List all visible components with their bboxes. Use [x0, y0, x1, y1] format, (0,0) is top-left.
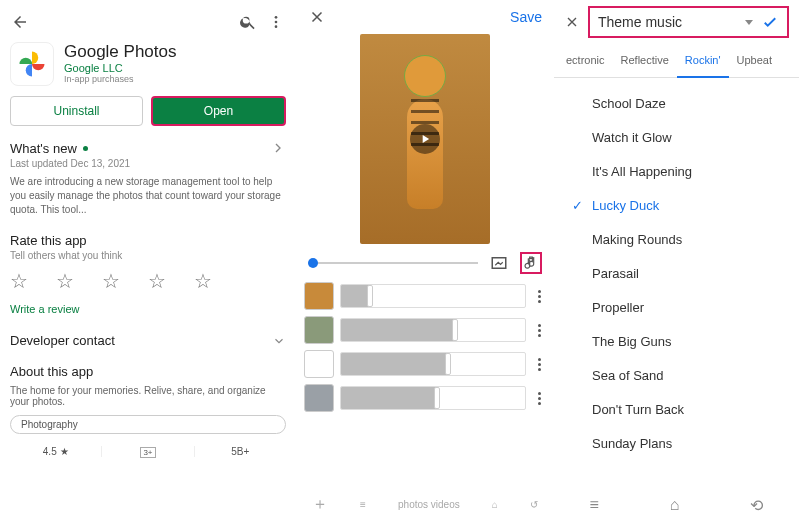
clip-trim-bar[interactable]: [340, 352, 526, 376]
clip-more-icon[interactable]: [532, 324, 546, 337]
clip-more-icon[interactable]: [532, 358, 546, 371]
track-item[interactable]: ✓Parasail: [554, 256, 799, 290]
aspect-ratio-icon[interactable]: [488, 252, 510, 274]
rate-title: Rate this app: [10, 233, 286, 248]
star-icon[interactable]: ☆: [148, 269, 166, 293]
clip-row: [304, 350, 546, 378]
genre-tabs: ectronicReflectiveRockin'Upbeat: [554, 44, 799, 78]
open-button[interactable]: Open: [151, 96, 286, 126]
track-item[interactable]: ✓The Big Guns: [554, 324, 799, 358]
timeline-slider-row: [296, 244, 554, 278]
developer-contact-row[interactable]: Developer contact: [10, 333, 286, 348]
home-icon[interactable]: ⌂: [492, 499, 498, 510]
track-label: Sunday Plans: [592, 436, 672, 451]
clip-thumb[interactable]: [304, 316, 334, 344]
whats-new-header[interactable]: What's new: [10, 140, 286, 156]
app-subline: In-app purchases: [64, 74, 176, 84]
clip-trim-bar[interactable]: [340, 386, 526, 410]
write-review-link[interactable]: Write a review: [10, 303, 286, 315]
clip-row: [304, 316, 546, 344]
stat-content: 3+: [101, 446, 193, 457]
save-button[interactable]: Save: [510, 9, 542, 25]
about-desc: The home for your memories. Relive, shar…: [10, 385, 286, 407]
editor-bottom-bar: ＋ ≡ photos videos ⌂ ↺: [296, 494, 554, 515]
svg-point-0: [275, 16, 278, 19]
clip-row: [304, 384, 546, 412]
genre-tab[interactable]: Rockin': [677, 44, 729, 78]
track-label: It's All Happening: [592, 164, 692, 179]
genre-tab[interactable]: Upbeat: [729, 44, 780, 77]
whats-new-body: We are introducing a new storage managem…: [10, 175, 286, 217]
star-icon[interactable]: ☆: [194, 269, 212, 293]
add-icon[interactable]: ＋: [312, 494, 328, 515]
star-icon[interactable]: ☆: [102, 269, 120, 293]
dropdown-label: Theme music: [598, 14, 682, 30]
clip-more-icon[interactable]: [532, 392, 546, 405]
theme-dropdown[interactable]: Theme music: [588, 6, 789, 38]
play-store-panel: Google Photos Google LLC In-app purchase…: [0, 0, 296, 521]
clip-more-icon[interactable]: [532, 290, 546, 303]
track-item[interactable]: ✓Don't Turn Back: [554, 392, 799, 426]
clip-list: [296, 278, 554, 412]
clip-thumb[interactable]: [304, 384, 334, 412]
track-item[interactable]: ✓Making Rounds: [554, 222, 799, 256]
rating-stars[interactable]: ☆ ☆ ☆ ☆ ☆: [10, 269, 286, 293]
bottom-hint: photos videos: [398, 499, 460, 510]
video-editor-panel: Save ＋ ≡ photos videos: [296, 0, 554, 521]
rate-sub: Tell others what you think: [10, 250, 286, 261]
play-icon[interactable]: [410, 124, 440, 154]
track-label: Propeller: [592, 300, 644, 315]
timeline-slider[interactable]: [308, 262, 478, 264]
clip-trim-bar[interactable]: [340, 284, 526, 308]
store-topbar: [10, 8, 286, 36]
app-logo: [10, 42, 54, 86]
back-icon[interactable]: [10, 12, 30, 32]
nav-menu-icon[interactable]: ≡: [589, 496, 598, 515]
track-label: Sea of Sand: [592, 368, 664, 383]
nav-back-icon[interactable]: ⟲: [750, 496, 763, 515]
track-label: Lucky Duck: [592, 198, 659, 213]
more-vert-icon[interactable]: [266, 12, 286, 32]
close-icon[interactable]: [308, 8, 326, 26]
clip-row: [304, 282, 546, 310]
track-item[interactable]: ✓Watch it Glow: [554, 120, 799, 154]
stat-rating: 4.5 ★: [10, 446, 101, 457]
clip-thumb[interactable]: [304, 282, 334, 310]
uninstall-button[interactable]: Uninstall: [10, 96, 143, 126]
track-item[interactable]: ✓Propeller: [554, 290, 799, 324]
undo-icon[interactable]: ↺: [530, 499, 538, 510]
track-label: Parasail: [592, 266, 639, 281]
svg-point-1: [275, 21, 278, 24]
track-item[interactable]: ✓Lucky Duck: [554, 188, 799, 222]
nav-home-icon[interactable]: ⌂: [670, 496, 680, 515]
menu-icon[interactable]: ≡: [360, 499, 366, 510]
genre-tab[interactable]: ectronic: [558, 44, 613, 77]
star-icon[interactable]: ☆: [10, 269, 28, 293]
whats-new-updated: Last updated Dec 13, 2021: [10, 158, 286, 169]
track-item[interactable]: ✓Sea of Sand: [554, 358, 799, 392]
genre-tab[interactable]: Reflective: [613, 44, 677, 77]
music-note-icon[interactable]: [520, 252, 542, 274]
search-icon[interactable]: [238, 12, 258, 32]
track-item[interactable]: ✓Sunday Plans: [554, 426, 799, 460]
dev-contact-label: Developer contact: [10, 333, 115, 348]
clip-thumb[interactable]: [304, 350, 334, 378]
star-icon[interactable]: ☆: [56, 269, 74, 293]
close-icon[interactable]: [564, 14, 580, 30]
check-icon: ✓: [572, 198, 592, 213]
about-title: About this app: [10, 364, 286, 379]
action-buttons: Uninstall Open: [10, 96, 286, 126]
app-publisher[interactable]: Google LLC: [64, 62, 176, 74]
slider-thumb[interactable]: [308, 258, 318, 268]
app-title: Google Photos: [64, 42, 176, 62]
track-item[interactable]: ✓It's All Happening: [554, 154, 799, 188]
category-chip[interactable]: Photography: [10, 415, 286, 434]
new-dot-icon: [83, 146, 88, 151]
clip-trim-bar[interactable]: [340, 318, 526, 342]
preview-frame[interactable]: [360, 34, 490, 244]
stats-row: 4.5 ★ 3+ 5B+: [10, 446, 286, 457]
svg-point-2: [275, 25, 278, 28]
whats-new-title: What's new: [10, 141, 77, 156]
chevron-down-icon: [272, 334, 286, 348]
track-item[interactable]: ✓School Daze: [554, 86, 799, 120]
